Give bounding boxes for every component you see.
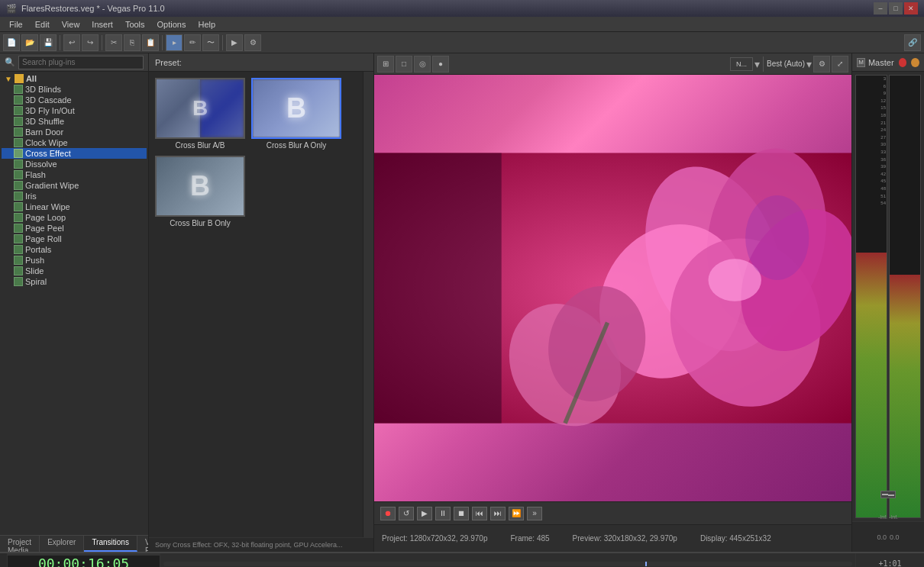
plugin-icon xyxy=(14,127,23,137)
redo-button[interactable]: ↪ xyxy=(82,34,99,51)
plugin-icon xyxy=(14,224,23,233)
tree-item-portals[interactable]: Portals xyxy=(2,244,147,255)
svg-point-11 xyxy=(745,195,809,280)
preset-thumb-aonly[interactable]: B xyxy=(251,78,341,139)
tree-item-iris[interactable]: Iris xyxy=(2,191,147,201)
preview-settings[interactable]: ⚙ xyxy=(813,56,830,72)
preview-loop-btn[interactable]: ↺ xyxy=(399,507,414,520)
quality-dropdown[interactable]: ▾ xyxy=(806,58,812,70)
tab-video-fx[interactable]: Video FX xyxy=(137,536,148,552)
preview-zoom-select[interactable]: N... xyxy=(730,57,753,71)
menu-tools[interactable]: Tools xyxy=(119,18,151,31)
paste-button[interactable]: 📋 xyxy=(142,34,159,51)
properties-button[interactable]: ⚙ xyxy=(244,34,261,51)
tree-item-3dflyin[interactable]: 3D Fly In/Out xyxy=(2,105,147,116)
plugin-icon xyxy=(14,159,23,169)
project-info: Project: 1280x720x32, 29.970p xyxy=(382,534,487,543)
preview-sep xyxy=(763,56,764,72)
tree-item-clockwipe[interactable]: Clock Wipe xyxy=(2,137,147,148)
svg-rect-9 xyxy=(374,153,502,423)
preview-stop-btn[interactable]: ⏹ xyxy=(454,507,469,520)
menu-view[interactable]: View xyxy=(56,18,86,31)
menu-help[interactable]: Help xyxy=(192,18,221,31)
tree-item-3dblinds[interactable]: 3D Blinds xyxy=(2,84,147,95)
tree-item-flash[interactable]: Flash xyxy=(2,169,147,180)
open-button[interactable]: 📂 xyxy=(21,34,38,51)
snap-button[interactable]: 🔗 xyxy=(904,34,921,51)
title-bar-controls[interactable]: – □ ✕ xyxy=(874,2,918,14)
toolbar-sep-4 xyxy=(222,35,223,50)
preset-thumb-ab[interactable]: B xyxy=(155,78,245,139)
preview-tb-4[interactable]: ● xyxy=(432,56,449,72)
preset-scrollbar[interactable] xyxy=(363,72,373,537)
preview-next-btn[interactable]: ⏭ xyxy=(490,507,506,520)
copy-button[interactable]: ⎘ xyxy=(124,34,141,51)
edit-tool[interactable]: ✏ xyxy=(184,34,201,51)
envelope-tool[interactable]: 〜 xyxy=(202,34,219,51)
undo-button[interactable]: ↩ xyxy=(63,34,80,51)
preview-zoom-dropdown[interactable]: ▾ xyxy=(754,58,760,70)
menu-options[interactable]: Options xyxy=(151,18,192,31)
cut-button[interactable]: ✂ xyxy=(105,34,122,51)
tree-item-3dshuffle[interactable]: 3D Shuffle xyxy=(2,116,147,127)
main-toolbar: 📄 📂 💾 ↩ ↪ ✂ ⎘ 📋 ▸ ✏ 〜 ▶ ⚙ 🔗 xyxy=(0,32,924,53)
menu-file[interactable]: File xyxy=(3,18,29,31)
preview-panel: ⊞ □ ◎ ● N... ▾ Best (Auto) ▾ ⚙ ⤢ xyxy=(374,53,851,552)
tab-transitions[interactable]: Transitions xyxy=(84,536,137,552)
tree-item-linearwipe[interactable]: Linear Wipe xyxy=(2,201,147,212)
tree-item-spiral[interactable]: Spiral xyxy=(2,276,147,287)
plugin-tree: ▼ All 3D Blinds 3D Cascade 3D Fly In/Out xyxy=(0,72,148,552)
tab-explorer[interactable]: Explorer xyxy=(40,536,84,552)
tree-item-pagepeel[interactable]: Page Peel xyxy=(2,223,147,234)
preset-item-bonly[interactable]: B Cross Blur B Only xyxy=(155,156,245,227)
minimize-button[interactable]: – xyxy=(874,2,887,14)
meter-fill-right xyxy=(890,275,920,517)
master-volume-display: 0.0 0.0 xyxy=(852,521,924,552)
tree-item-slide[interactable]: Slide xyxy=(2,266,147,276)
timeline-header: 00:00:16;05 +1:01 xyxy=(0,553,924,567)
save-button[interactable]: 💾 xyxy=(40,34,57,51)
preset-thumb-bonly[interactable]: B xyxy=(155,156,245,217)
quality-label: Best (Auto) xyxy=(767,60,805,68)
render-button[interactable]: ▶ xyxy=(226,34,243,51)
preview-record-btn[interactable]: ⏺ xyxy=(380,507,396,520)
tree-folder-all[interactable]: ▼ All xyxy=(2,73,147,84)
select-tool[interactable]: ▸ xyxy=(166,34,183,51)
preset-item-ab[interactable]: B Cross Blur A/B xyxy=(155,78,245,150)
maximize-button[interactable]: □ xyxy=(889,2,903,14)
preview-prev-btn[interactable]: ⏮ xyxy=(472,507,487,520)
menu-insert[interactable]: Insert xyxy=(86,18,119,31)
timeline-handle xyxy=(0,553,8,568)
preview-ff-btn[interactable]: ⏩ xyxy=(509,507,524,520)
search-input[interactable] xyxy=(18,56,144,69)
tree-item-3dcascade[interactable]: 3D Cascade xyxy=(2,95,147,105)
main-area: 🔍 ▼ All 3D Blinds 3D Cascade xyxy=(0,53,924,552)
preview-tb-3[interactable]: ◎ xyxy=(414,56,431,72)
meter-btn-1[interactable] xyxy=(880,491,896,498)
tree-item-pageroll[interactable]: Page Roll xyxy=(2,234,147,244)
preview-tb-2[interactable]: □ xyxy=(396,56,412,72)
menu-edit[interactable]: Edit xyxy=(29,18,56,31)
meter-fill-left xyxy=(856,253,887,517)
tree-item-barndoor[interactable]: Barn Door xyxy=(2,127,147,137)
plugin-icon xyxy=(14,85,23,94)
preview-play-btn[interactable]: ▶ xyxy=(417,507,432,520)
position-bar[interactable] xyxy=(163,562,852,566)
preview-area xyxy=(374,75,851,501)
preview-more-btn[interactable]: » xyxy=(527,507,542,520)
plugin-icon xyxy=(14,106,23,115)
preview-pause-btn[interactable]: ⏸ xyxy=(435,507,451,520)
tree-item-push[interactable]: Push xyxy=(2,255,147,266)
preview-expand[interactable]: ⤢ xyxy=(832,56,848,72)
tree-item-dissolve[interactable]: Dissolve xyxy=(2,159,147,169)
tree-item-crosseffect[interactable]: Cross Effect xyxy=(2,148,147,159)
tab-project-media[interactable]: Project Media xyxy=(0,536,40,552)
tree-item-pageloop[interactable]: Page Loop xyxy=(2,212,147,223)
timecode-right-label: +1:01 xyxy=(878,559,901,567)
preview-tb-1[interactable]: ⊞ xyxy=(377,56,394,72)
new-button[interactable]: 📄 xyxy=(3,34,20,51)
tree-item-gradientwipe[interactable]: Gradient Wipe xyxy=(2,180,147,191)
preset-item-aonly[interactable]: B Cross Blur A Only xyxy=(251,78,341,150)
close-button[interactable]: ✕ xyxy=(904,2,918,14)
master-vol-right: 0.0 xyxy=(890,533,900,541)
